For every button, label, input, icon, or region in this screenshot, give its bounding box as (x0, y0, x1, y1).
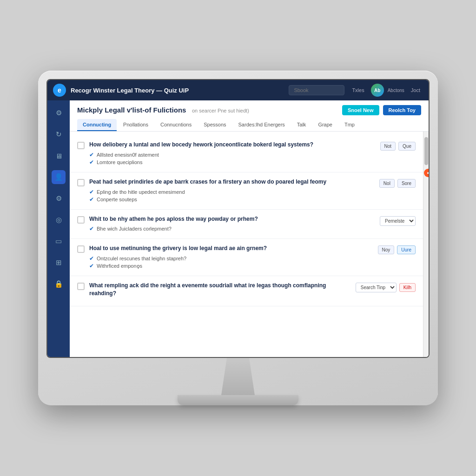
question-checkbox-1[interactable] (77, 142, 85, 149)
question-detail-1a: ✔ Alllsted enesisn0f astement (89, 152, 376, 158)
tab-spessons[interactable]: Spessons (198, 119, 231, 131)
question-detail-4a: ✔ Ontzculel rescunes that leighn stapreh… (89, 255, 373, 262)
sidebar-item-gear[interactable]: ⚙ (52, 192, 66, 205)
user-label: Abctons (388, 88, 404, 93)
question-text-1: How deliobery a luntal and lew bocedy he… (89, 141, 376, 149)
tab-talk[interactable]: Talk (291, 119, 312, 131)
question-item-1: How deliobery a luntal and lew bocedy he… (70, 135, 423, 172)
question-body-4: Hoal to use metinuning the grìvery is lo… (89, 245, 373, 270)
tab-pnollations[interactable]: Pnollations (118, 119, 154, 131)
question-checkbox-3[interactable] (77, 216, 85, 224)
tab-grape[interactable]: Grape (312, 119, 338, 131)
monitor-stand-neck (210, 358, 266, 395)
check-icon-1a: ✔ (89, 152, 94, 158)
check-icon-2a: ✔ (89, 189, 94, 195)
check-icon-4b: ✔ (89, 263, 94, 269)
question-text-2: Peat had selet prindirles de ape barrk c… (89, 178, 375, 186)
sidebar: ⚙ ↻ 🖥 👤 ⚙ ◎ ▭ ⊞ 🔒 (47, 100, 70, 357)
q5-kill-button[interactable]: KiIh (399, 283, 416, 292)
tabs-bar: Connucting Pnollations Connucntions Spes… (77, 119, 421, 131)
header-buttons: Snoel New Reolch Toy (342, 105, 421, 115)
q2-action-nol[interactable]: Nol (379, 179, 395, 188)
sidebar-item-settings[interactable]: ⚙ (52, 106, 66, 120)
question-actions-4: Noy Uure (378, 245, 416, 254)
main-layout: ⚙ ↻ 🖥 👤 ⚙ ◎ ▭ ⊞ 🔒 Mickply Legall v (47, 100, 429, 357)
question-actions-2: Nol Sore (379, 179, 416, 188)
question-body-2: Peat had selet prindirles de ape barrk c… (89, 178, 375, 204)
question-item-2: Peat had selet prindirles de ape barrk c… (70, 172, 423, 210)
app-container: e Recogr Winster Legal Theory — Quiz UiP… (47, 80, 429, 357)
tab-sardes[interactable]: Sardes:lhd Energers (233, 119, 291, 131)
notification-badge: ● (424, 169, 429, 177)
questions-scroll-area: How deliobery a luntal and lew bocedy he… (70, 132, 429, 357)
topbar-search-input[interactable] (289, 85, 344, 95)
user-menu-button[interactable]: Joct (408, 86, 423, 94)
tab-connucting[interactable]: Connucting (77, 119, 117, 131)
question-detail-3a: ✔ Bhe wich Juicladers corlepment? (89, 225, 375, 232)
question-text-4: Hoal to use metinuning the grìvery is lo… (89, 245, 373, 252)
monitor-frame: e Recogr Winster Legal Theory — Quiz UiP… (38, 71, 438, 405)
topbar: e Recogr Winster Legal Theory — Quiz UiP… (47, 80, 429, 100)
question-checkbox-2[interactable] (77, 179, 85, 186)
question-actions-3: Pernelste (380, 216, 416, 226)
sidebar-item-analytics[interactable]: ↻ (52, 127, 66, 141)
question-detail-2a: ✔ Epling de tho hitle upedect emesimend (89, 189, 375, 195)
question-checkbox-5[interactable] (77, 283, 85, 290)
question-actions-5: Search Tinp KiIh (356, 283, 416, 292)
sidebar-item-screen[interactable]: ▭ (52, 234, 66, 248)
header-title-row: Mickply Legall v'list-of Fulictions on s… (77, 106, 249, 114)
question-item-4: Hoal to use metinuning the grìvery is lo… (70, 239, 423, 276)
question-body-5: What rempling ack did the reight a evene… (89, 282, 351, 300)
q2-action-sore[interactable]: Sore (397, 179, 416, 188)
content-header-top: Mickply Legall v'list-of Fulictions on s… (77, 105, 421, 115)
sidebar-item-bell[interactable]: ◎ (52, 213, 66, 227)
question-detail-4b: ✔ Withrficed emponǫs (89, 263, 373, 269)
q1-action-que[interactable]: Que (398, 142, 416, 151)
app-logo: e (53, 84, 66, 97)
tab-connucntions[interactable]: Connucntions (155, 119, 197, 131)
app-avatar: Ab (371, 84, 384, 97)
q4-action-noy[interactable]: Noy (378, 245, 395, 254)
sidebar-item-monitor[interactable]: 🖥 (52, 149, 66, 163)
search-hint: on searcer Pne sut hiedt) (192, 108, 249, 113)
sidebar-item-grid[interactable]: ⊞ (52, 256, 66, 270)
question-checkbox-4[interactable] (77, 245, 85, 253)
monitor-screen: e Recogr Winster Legal Theory — Quiz UiP… (46, 79, 430, 358)
questions-list: How deliobery a luntal and lew bocedy he… (70, 132, 423, 357)
app-title: Recogr Winster Legal Theory — Quiz UiP (71, 87, 284, 94)
question-detail-1b: ✔ Lomtore queciplions (89, 159, 376, 165)
content-header: Mickply Legall v'list-of Fulictions on s… (70, 100, 429, 132)
tab-tmp[interactable]: Tmp (339, 119, 360, 131)
new-button[interactable]: Snoel New (342, 105, 379, 115)
page-title: Mickply Legall v'list-of Fulictions (77, 106, 186, 114)
q4-action-uure[interactable]: Uure (397, 245, 416, 254)
topbar-actions: Txles Ab Abctons Joct (349, 84, 423, 97)
content-area: Mickply Legall v'list-of Fulictions on s… (70, 100, 429, 357)
txles-button[interactable]: Txles (349, 86, 367, 94)
question-text-5: What rempling ack did the reight a evene… (89, 282, 351, 298)
sidebar-item-user[interactable]: 👤 (52, 170, 66, 184)
question-actions-1: Not Que (380, 142, 416, 151)
reload-button[interactable]: Reolch Toy (383, 105, 421, 115)
question-item-5: What rempling ack did the reight a evene… (70, 276, 423, 306)
question-text-3: Whit to be nhy athem he pos aploss the w… (89, 215, 375, 223)
check-icon-2b: ✔ (89, 196, 94, 203)
check-icon-3a: ✔ (89, 225, 94, 232)
question-body-3: Whit to be nhy athem he pos aploss the w… (89, 215, 375, 233)
question-body-1: How deliobery a luntal and lew bocedy he… (89, 141, 376, 166)
scroll-thumb[interactable] (424, 137, 428, 165)
q3-action-select[interactable]: Pernelste (380, 216, 416, 226)
right-scrollbar: ● (423, 132, 429, 357)
q5-action-select[interactable]: Search Tinp (356, 283, 397, 292)
sidebar-item-profile[interactable]: 🔒 (52, 277, 66, 291)
monitor-stand-base (178, 395, 298, 405)
check-icon-4a: ✔ (89, 255, 94, 262)
question-item-3: Whit to be nhy athem he pos aploss the w… (70, 210, 423, 239)
question-detail-2b: ✔ Conperte souteps (89, 196, 375, 203)
check-icon-1b: ✔ (89, 159, 94, 165)
q1-action-not[interactable]: Not (380, 142, 396, 151)
